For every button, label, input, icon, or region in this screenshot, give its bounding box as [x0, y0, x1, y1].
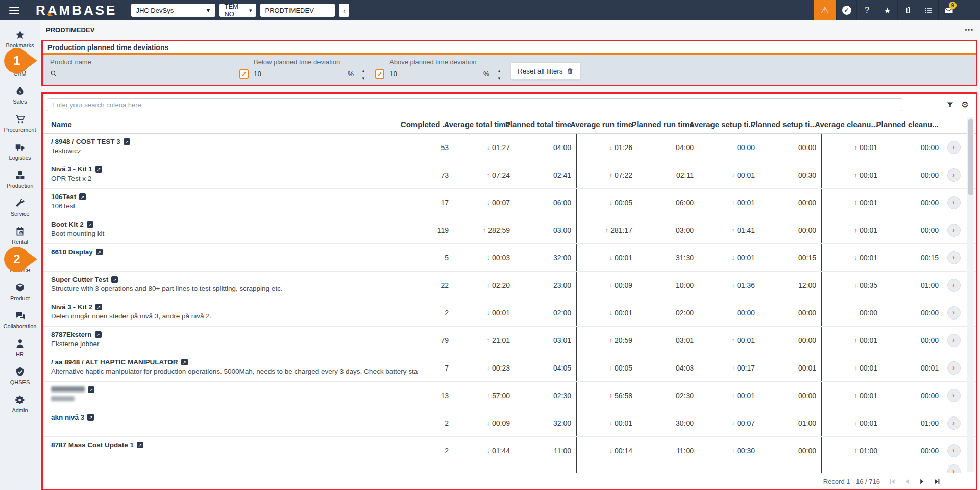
planned-run-time: 02:11 — [638, 161, 699, 188]
stepper-down-icon[interactable]: ▼ — [494, 75, 504, 83]
program-search-input[interactable]: PRODTIMEDEV — [260, 4, 335, 17]
open-record-icon[interactable]: ↗ — [87, 414, 94, 421]
column-header-planned-total-time[interactable]: Planned total time — [515, 115, 576, 133]
approval-seal-icon[interactable]: ✓ — [836, 0, 856, 20]
above-deviation-filter: Above planned time deviation 10 % — [389, 58, 489, 80]
product-name-link[interactable]: Boot Kit 2 — [51, 220, 84, 228]
stepper-up-icon[interactable]: ▲ — [494, 67, 504, 75]
product-name-link[interactable]: / 8948 / COST TEST 3 — [51, 138, 120, 145]
product-name-link[interactable]: Nivå 3 - Kit 1 — [51, 165, 92, 173]
favorites-star-icon[interactable]: ★ — [877, 0, 897, 20]
row-expand-button[interactable]: › — [947, 251, 961, 264]
help-icon[interactable]: ? — [856, 0, 877, 20]
sidebar-item-rental[interactable]: $ Rental — [0, 221, 40, 249]
row-expand-button[interactable]: › — [947, 389, 961, 402]
alert-icon[interactable]: ⚠ — [814, 0, 836, 20]
row-expand-button[interactable]: › — [947, 168, 961, 182]
column-header-planned-setup-time[interactable]: Planned setup ti... — [760, 115, 821, 133]
product-name-link[interactable]: 6610 Display — [51, 248, 93, 256]
locale-select[interactable]: TEM-NO ▾ — [219, 4, 256, 17]
row-expand-button[interactable]: › — [947, 141, 961, 154]
open-record-icon[interactable]: ↗ — [95, 166, 102, 173]
scrollbar-thumb[interactable] — [968, 119, 973, 195]
sidebar-item-sales[interactable]: $ Sales — [0, 81, 40, 109]
stepper-up-icon[interactable]: ▲ — [358, 67, 369, 75]
average-total-time: ↑57:00 — [454, 382, 515, 409]
product-name-link[interactable]: — — [51, 469, 58, 473]
task-list-icon[interactable] — [918, 0, 938, 20]
planned-cleanup-time — [883, 464, 944, 473]
product-name-link[interactable]: 8787Ekstern — [51, 331, 92, 338]
sidebar-item-production[interactable]: Production — [0, 165, 40, 193]
open-record-icon[interactable]: ↗ — [96, 249, 103, 255]
product-name-link[interactable]: 106Test — [51, 193, 76, 201]
overflow-menu-icon[interactable]: ••• — [965, 27, 974, 33]
last-page-icon[interactable] — [934, 478, 940, 485]
table-search-input[interactable]: Enter your search criteria here — [47, 98, 902, 111]
reset-all-filters-button[interactable]: Reset all filters — [510, 62, 581, 80]
redacted-name — [51, 386, 85, 392]
column-header-name[interactable]: Name — [43, 115, 367, 133]
column-header-average-run-time[interactable]: Average run time — [576, 115, 638, 133]
open-record-icon[interactable]: ↗ — [181, 359, 188, 365]
product-name-link[interactable]: 8787 Mass Cost Update 1 — [51, 441, 134, 449]
open-record-icon[interactable]: ↗ — [88, 386, 94, 393]
product-name-link[interactable] — [51, 386, 85, 394]
system-select[interactable]: JHC DevSys ▼ — [131, 4, 215, 17]
sidebar-item-product[interactable]: Product — [0, 277, 40, 305]
above-deviation-input[interactable]: 10 % — [389, 67, 489, 80]
hamburger-menu-icon[interactable] — [0, 0, 29, 20]
row-expand-button[interactable]: › — [947, 196, 961, 209]
sidebar-item-admin[interactable]: Admin — [0, 389, 40, 418]
row-expand-button[interactable]: › — [947, 416, 961, 430]
sidebar-item-procurement[interactable]: Procurement — [0, 109, 40, 137]
open-record-icon[interactable]: ↗ — [79, 193, 86, 200]
open-record-icon[interactable]: ↗ — [87, 221, 93, 228]
product-name-input[interactable] — [50, 67, 229, 80]
completed-count: 2 — [367, 409, 454, 436]
open-record-icon[interactable]: ↗ — [111, 276, 118, 283]
gear-icon[interactable]: ⚙ — [961, 101, 969, 109]
next-page-icon[interactable] — [919, 478, 925, 485]
filter-funnel-icon[interactable] — [946, 101, 954, 109]
row-expand-button[interactable]: › — [947, 464, 961, 473]
column-header-completed[interactable]: Completed ... — [367, 115, 454, 133]
planned-cleanup-time: 00:00 — [883, 161, 944, 188]
paperclip-icon[interactable] — [897, 0, 918, 20]
vertical-scrollbar[interactable] — [967, 117, 974, 472]
completed-count: 22 — [367, 272, 454, 299]
user-avatar[interactable] — [961, 2, 978, 19]
row-expand-button[interactable]: › — [947, 224, 961, 237]
open-record-icon[interactable]: ↗ — [124, 138, 130, 145]
row-expand-button[interactable]: › — [947, 444, 961, 457]
column-header-planned-cleanup-time[interactable]: Planned cleanu... — [883, 115, 944, 133]
sidebar-item-service[interactable]: Service — [0, 193, 40, 221]
collapse-left-button[interactable]: ‹ — [339, 4, 349, 17]
sidebar-item-collaboration[interactable]: Collaboration — [0, 305, 40, 333]
column-header-average-cleanup-time[interactable]: Average cleanu... — [821, 115, 883, 133]
product-name-link[interactable]: Nivå 3 - Kit 2 — [51, 303, 92, 311]
sidebar-item-hr[interactable]: HR — [0, 333, 40, 361]
average-run-time: ↓00:01 — [576, 244, 638, 271]
sidebar-item-qhses[interactable]: QHSES — [0, 361, 40, 389]
below-deviation-checkbox[interactable]: ✓ — [239, 69, 249, 79]
sidebar-item-logistics[interactable]: Logistics — [0, 137, 40, 165]
messages-icon[interactable]: 9 — [938, 0, 959, 20]
product-name-link[interactable]: / aa 8948 / ALT HAPTIC MANIPULATOR — [51, 358, 178, 366]
open-record-icon[interactable]: ↗ — [137, 442, 143, 448]
row-expand-button[interactable]: › — [947, 361, 961, 375]
below-deviation-input[interactable]: 10 % — [254, 67, 354, 80]
open-record-icon[interactable]: ↗ — [95, 304, 102, 310]
average-cleanup-time: ↓00:01 — [821, 244, 883, 271]
product-name-link[interactable]: Super Cutter Test — [51, 276, 108, 283]
row-expand-button[interactable]: › — [947, 334, 961, 347]
stepper-down-icon[interactable]: ▼ — [358, 75, 369, 83]
deviation-down-arrow-icon: ↓ — [486, 309, 490, 316]
row-expand-button[interactable]: › — [947, 279, 961, 292]
row-expand-button[interactable]: › — [947, 306, 961, 320]
table-row: / aa 8948 / ALT HAPTIC MANIPULATOR ↗ Alt… — [43, 354, 976, 382]
table-row: — › — [43, 464, 976, 473]
above-deviation-checkbox[interactable]: ✓ — [375, 69, 384, 79]
product-name-link[interactable]: akn nivå 3 — [51, 413, 84, 421]
open-record-icon[interactable]: ↗ — [95, 331, 102, 338]
